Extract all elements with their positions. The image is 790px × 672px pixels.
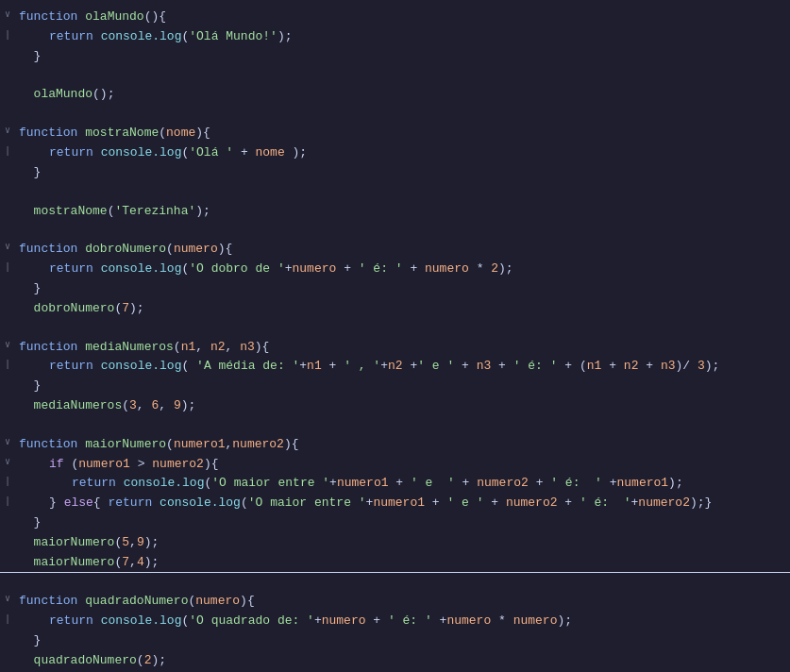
- code-editor[interactable]: function olaMundo(){ | return console.lo…: [0, 0, 790, 672]
- code-line: dobroNumero(7);: [0, 299, 790, 319]
- gutter-space: |: [4, 612, 15, 629]
- code-content: return console.log( 'A média de: '+n1 + …: [15, 357, 790, 377]
- code-line: mostraNome('Terezinha');: [0, 202, 790, 222]
- gutter-space: |: [4, 27, 15, 44]
- code-line: }: [0, 631, 790, 651]
- code-content: return console.log('O quadrado de: '+num…: [15, 612, 790, 631]
- code-line: [0, 105, 790, 124]
- gutter-space: |: [4, 260, 15, 277]
- gutter-space: |: [4, 143, 15, 160]
- code-content: olaMundo();: [15, 85, 790, 105]
- code-line: function mostraNome(nome){: [0, 124, 790, 143]
- code-content: if (numero1 > numero2){: [15, 455, 790, 475]
- code-content: }: [15, 631, 790, 651]
- code-line-cursor: maiorNumero(7,4);: [0, 553, 790, 574]
- code-line: mediaNumeros(3, 6, 9);: [0, 396, 790, 416]
- code-content: maiorNumero(7,4);: [15, 553, 790, 573]
- gutter-space: |: [4, 494, 15, 511]
- code-line: [0, 416, 790, 435]
- code-line: [0, 573, 790, 592]
- fold-arrow[interactable]: [4, 455, 15, 470]
- code-content: return console.log('Olá ' + nome );: [15, 143, 790, 163]
- code-content: } else{ return console.log('O maior entr…: [15, 494, 790, 513]
- code-content: }: [15, 163, 790, 183]
- code-line: function mediaNumeros(n1, n2, n3){: [0, 338, 790, 358]
- code-content: maiorNumero(5,9);: [15, 533, 790, 553]
- code-content: }: [15, 377, 790, 396]
- code-content: function olaMundo(){: [15, 8, 790, 27]
- code-line: maiorNumero(5,9);: [0, 533, 790, 553]
- code-line: quadradoNumero(2);: [0, 651, 790, 671]
- code-line: }: [0, 377, 790, 396]
- fold-arrow[interactable]: [4, 8, 15, 23]
- fold-arrow[interactable]: [4, 338, 15, 353]
- code-line: function olaMundo(){: [0, 8, 790, 27]
- code-line: [0, 66, 790, 85]
- code-line: olaMundo();: [0, 85, 790, 105]
- code-content: function mostraNome(nome){: [15, 124, 790, 143]
- code-content: quadradoNumero(2);: [15, 651, 790, 671]
- code-content: function mediaNumeros(n1, n2, n3){: [15, 338, 790, 358]
- code-content: return console.log('O dobro de '+numero …: [15, 260, 790, 279]
- code-line: function quadradoNumero(numero){: [0, 592, 790, 612]
- code-line: | return console.log('O quadrado de: '+n…: [0, 612, 790, 631]
- fold-arrow[interactable]: [4, 124, 15, 139]
- code-line: [0, 319, 790, 338]
- code-line: function dobroNumero(numero){: [0, 240, 790, 260]
- gutter-space: |: [4, 474, 15, 491]
- code-line: | } else{ return console.log('O maior en…: [0, 494, 790, 513]
- code-line: }: [0, 513, 790, 533]
- code-content: function dobroNumero(numero){: [15, 240, 790, 260]
- code-content: }: [15, 279, 790, 299]
- code-line: | return console.log('Olá ' + nome );: [0, 143, 790, 163]
- code-line: function maiorNumero(numero1,numero2){: [0, 435, 790, 455]
- code-line: }: [0, 47, 790, 67]
- code-content: dobroNumero(7);: [15, 299, 790, 319]
- code-content: function maiorNumero(numero1,numero2){: [15, 435, 790, 455]
- code-line: | return console.log( 'A média de: '+n1 …: [0, 357, 790, 377]
- code-line: if (numero1 > numero2){: [0, 455, 790, 475]
- gutter-space: |: [4, 357, 15, 374]
- code-line: | return console.log('Olá Mundo!');: [0, 27, 790, 47]
- fold-arrow[interactable]: [4, 592, 15, 607]
- code-line: | return console.log('O dobro de '+numer…: [0, 260, 790, 279]
- code-content: mediaNumeros(3, 6, 9);: [15, 396, 790, 416]
- code-line: [0, 183, 790, 202]
- code-content: function quadradoNumero(numero){: [15, 592, 790, 612]
- code-line: | return console.log('O maior entre '+nu…: [0, 474, 790, 494]
- code-line: }: [0, 279, 790, 299]
- fold-arrow[interactable]: [4, 435, 15, 450]
- code-content: mostraNome('Terezinha');: [15, 202, 790, 222]
- code-content: return console.log('Olá Mundo!');: [15, 27, 790, 47]
- code-line: }: [0, 163, 790, 183]
- code-content: }: [15, 513, 790, 533]
- code-content: return console.log('O maior entre '+nume…: [15, 474, 790, 494]
- code-content: }: [15, 47, 790, 67]
- code-line: [0, 221, 790, 240]
- fold-arrow[interactable]: [4, 240, 15, 255]
